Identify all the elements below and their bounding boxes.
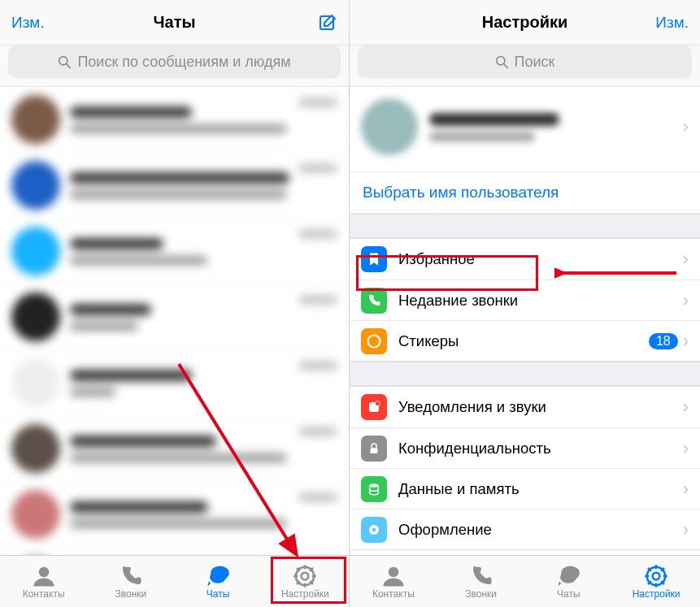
search-input[interactable]: Поиск [358,46,692,78]
svg-point-5 [211,566,229,580]
chats-title: Чаты [0,13,349,32]
cell-label: Стикеры [398,332,649,350]
chevron-right-icon: › [683,331,689,352]
profile-row[interactable]: › [350,87,700,172]
tab-calls[interactable]: Звонки [437,556,525,607]
tab-label: Контакты [372,588,415,600]
chevron-right-icon: › [683,116,689,137]
svg-point-1 [59,56,67,64]
cell-favorites[interactable]: Избранное › [350,239,700,280]
tab-chats[interactable]: Чаты [175,556,262,607]
lock-icon [361,436,387,462]
settings-group-2: Уведомления и звуки › Конфиденциальность… [350,386,700,550]
chats-icon [555,564,581,588]
settings-header: Настройки Изм. [350,0,700,46]
chevron-right-icon: › [683,290,689,311]
settings-group-1: Избранное › Недавние звонки › Стикеры 18… [350,238,700,362]
tab-contacts[interactable]: Контакты [350,556,437,607]
choose-username-link[interactable]: Выбрать имя пользователя [350,172,700,214]
search-wrap: Поиск по сообщениям и людям [0,46,349,87]
chevron-right-icon: › [683,397,689,418]
cell-data[interactable]: Данные и память › [350,468,700,509]
cell-label: Уведомления и звуки [398,398,683,416]
right-tabbar: Контакты Звонки Чаты Настройки [350,555,700,607]
chevron-right-icon: › [683,519,689,540]
cell-recent-calls[interactable]: Недавние звонки › [350,280,700,320]
notifications-icon [361,394,387,420]
sticker-icon [361,328,387,354]
tab-settings[interactable]: Настройки [262,556,349,607]
svg-point-28 [562,566,580,580]
settings-title: Настройки [350,13,700,32]
svg-point-6 [302,572,309,579]
svg-point-3 [38,566,49,577]
tab-label: Настройки [281,588,329,600]
cell-label: Недавние звонки [398,292,683,310]
cell-label: Оформление [398,521,683,539]
svg-point-17 [496,56,504,64]
tab-settings[interactable]: Настройки [612,556,700,607]
chats-icon [205,564,231,588]
edit-button[interactable]: Изм. [11,14,45,32]
svg-point-29 [653,572,660,579]
compose-icon[interactable] [318,13,337,33]
svg-rect-22 [371,448,378,453]
tab-calls[interactable]: Звонки [87,556,174,607]
left-tabbar: Контакты Звонки Чаты Настройки [0,555,349,607]
search-placeholder: Поиск по сообщениям и людям [77,54,290,71]
cell-stickers[interactable]: Стикеры 18 › [350,320,700,361]
chevron-right-icon: › [683,249,689,270]
appearance-icon [361,517,387,543]
tab-label: Чаты [557,588,580,600]
svg-point-26 [389,566,399,577]
cell-notifications[interactable]: Уведомления и звуки › [350,387,700,427]
edit-button[interactable]: Изм. [655,14,689,32]
cell-label: Данные и память [398,480,683,498]
svg-point-25 [372,527,376,531]
search-icon [58,55,72,69]
settings-icon [643,564,669,588]
cell-label: Конфиденциальность [398,440,683,457]
section-gap [350,362,700,386]
contacts-icon [380,564,407,588]
svg-line-18 [504,64,507,67]
chevron-right-icon: › [683,438,689,459]
settings-body: › Выбрать имя пользователя Избранное › Н… [350,87,700,555]
contacts-icon [31,564,57,588]
search-input[interactable]: Поиск по сообщениям и людям [8,46,341,78]
stickers-badge: 18 [649,333,678,349]
tab-contacts[interactable]: Контакты [0,556,87,607]
cell-appearance[interactable]: Оформление › [350,509,700,549]
search-placeholder: Поиск [515,54,555,71]
svg-point-23 [370,483,379,488]
settings-icon [292,564,318,588]
avatar [361,98,418,155]
cell-label: Избранное [398,250,683,268]
settings-screen: Настройки Изм. Поиск › Выбрать имя польз… [350,0,700,607]
svg-point-21 [376,401,380,406]
svg-line-2 [67,64,70,67]
tab-label: Звонки [465,588,497,600]
calls-icon [118,564,144,588]
calls-icon [468,564,494,588]
search-wrap: Поиск [350,46,700,87]
database-icon [361,476,387,502]
tab-label: Звонки [115,588,147,600]
cell-privacy[interactable]: Конфиденциальность › [350,427,700,468]
search-icon [495,55,509,69]
tab-label: Контакты [23,588,65,600]
section-gap [350,214,700,238]
bookmark-icon [361,246,387,272]
chevron-right-icon: › [683,479,689,500]
chat-list[interactable] [0,87,349,555]
chats-screen: Изм. Чаты Поиск по сообщениям и людям [0,0,350,607]
phone-icon [361,288,387,314]
tab-chats[interactable]: Чаты [525,556,613,607]
tab-label: Чаты [207,588,230,600]
tab-label: Настройки [633,588,680,600]
chats-header: Изм. Чаты [0,0,349,46]
